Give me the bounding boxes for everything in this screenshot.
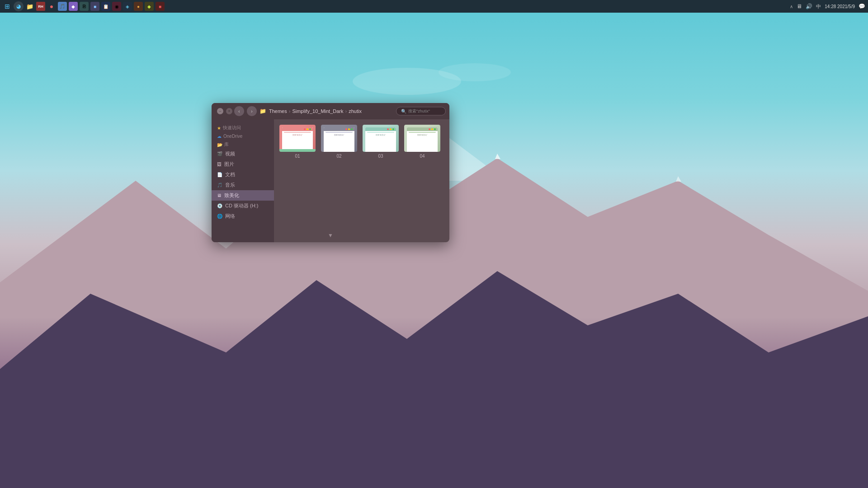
window-toolbar: ‹ › 📁 Themes › Simplify_10_Mint_Dark › z… bbox=[234, 106, 395, 116]
taskbar-datetime: 14:28 2021/5/9 bbox=[825, 4, 855, 9]
window-content: ★ 快速访问 ☁ OneDrive 📂 库 🎬 视频 bbox=[212, 119, 449, 242]
app2-icon[interactable]: 🎵 bbox=[58, 2, 67, 11]
back-button[interactable]: ‹ bbox=[234, 106, 244, 116]
window-titlebar: − + × ‹ › 📁 Themes › Simplify_10_Mint_Da… bbox=[212, 103, 449, 119]
sidebar-item-documents[interactable]: 📄 文档 bbox=[212, 169, 274, 180]
library-icon: 📂 bbox=[217, 142, 222, 147]
taskbar-right: ∧ 🖥 🔊 中 14:28 2021/5/9 💬 bbox=[790, 3, 865, 10]
app8-icon[interactable]: ◈ bbox=[123, 2, 132, 11]
network-icon: 🌐 bbox=[217, 214, 222, 219]
file-manager-window: − + × ‹ › 📁 Themes › Simplify_10_Mint_Da… bbox=[212, 103, 449, 242]
star-icon: ★ bbox=[217, 126, 221, 131]
breadcrumb-zhutix[interactable]: zhutix bbox=[349, 108, 362, 114]
sidebar-quick-access[interactable]: ★ 快速访问 bbox=[212, 123, 274, 132]
svg-marker-4 bbox=[0, 271, 868, 488]
file-item-01[interactable]: 搜索"致美化" 01 bbox=[279, 125, 316, 159]
svg-marker-7 bbox=[676, 176, 681, 182]
video-icon: 🎬 bbox=[217, 151, 222, 156]
scroll-arrow[interactable]: ▼ bbox=[328, 232, 333, 239]
taskbar: ⊞ ◕ 📁 RH ● 🎵 ◆ 🖹 ■ 📋 ◉ ◈ ● ◆ ■ ∧ 🖥 🔊 中 1… bbox=[0, 0, 868, 13]
maximize-button[interactable]: + bbox=[226, 108, 232, 114]
svg-point-8 bbox=[353, 68, 461, 95]
cd-icon: 💿 bbox=[217, 203, 222, 208]
search-text: 搜索"zhutix" bbox=[408, 108, 430, 114]
explorer-icon[interactable]: 📁 bbox=[25, 2, 34, 11]
app4-icon[interactable]: 🖹 bbox=[80, 2, 89, 11]
file-thumb-01: 搜索"致美化" bbox=[279, 125, 316, 152]
sidebar-item-video[interactable]: 🎬 视频 bbox=[212, 149, 274, 159]
app9-icon[interactable]: ● bbox=[134, 2, 143, 11]
thumb-inner-02: 搜索"致美化" bbox=[324, 127, 354, 152]
background-mountains bbox=[0, 0, 868, 488]
breadcrumb: 📁 Themes › Simplify_10_Mint_Dark › zhuti… bbox=[259, 108, 362, 114]
thumb-inner-04: 搜索"致美化" bbox=[407, 127, 438, 152]
file-item-02[interactable]: 搜索"致美化" 02 bbox=[321, 125, 357, 159]
file-thumb-02: 搜索"致美化" bbox=[321, 125, 357, 152]
search-box[interactable]: 🔍 搜索"zhutix" bbox=[396, 107, 446, 116]
rh-icon[interactable]: RH bbox=[36, 2, 45, 11]
taskbar-notification-icon[interactable]: 💬 bbox=[859, 3, 865, 9]
thumb-inner-03: 搜索"致美化" bbox=[365, 127, 396, 152]
app1-icon[interactable]: ● bbox=[47, 2, 56, 11]
app3-icon[interactable]: ◆ bbox=[69, 2, 78, 11]
start-button[interactable]: ⊞ bbox=[3, 2, 12, 11]
breadcrumb-themes[interactable]: Themes bbox=[269, 108, 287, 114]
sidebar-item-music[interactable]: 🎵 音乐 bbox=[212, 180, 274, 190]
sidebar-onedrive[interactable]: ☁ OneDrive bbox=[212, 132, 274, 140]
sidebar-library[interactable]: 📂 库 bbox=[212, 140, 274, 149]
taskbar-left: ⊞ ◕ 📁 RH ● 🎵 ◆ 🖹 ■ 📋 ◉ ◈ ● ◆ ■ bbox=[3, 1, 165, 11]
breadcrumb-sep2: › bbox=[345, 108, 347, 114]
sidebar-item-pictures[interactable]: 🖼 图片 bbox=[212, 159, 274, 169]
pictures-icon: 🖼 bbox=[217, 162, 222, 167]
edge-icon[interactable]: ◕ bbox=[14, 1, 24, 11]
file-grid: 搜索"致美化" 01 bbox=[279, 125, 444, 159]
search-icon: 🔍 bbox=[401, 109, 406, 114]
onedrive-icon: ☁ bbox=[217, 134, 222, 139]
taskbar-network-icon: 🖥 bbox=[797, 3, 802, 9]
taskbar-ime[interactable]: 中 bbox=[816, 3, 821, 10]
app5-icon[interactable]: ■ bbox=[90, 2, 99, 11]
app10-icon[interactable]: ◆ bbox=[145, 2, 154, 11]
file-label-01: 01 bbox=[295, 154, 300, 159]
svg-rect-0 bbox=[0, 0, 868, 488]
breadcrumb-folder-icon: 📁 bbox=[259, 108, 266, 114]
main-area: 搜索"致美化" 01 bbox=[274, 119, 449, 242]
sidebar: ★ 快速访问 ☁ OneDrive 📂 库 🎬 视频 bbox=[212, 119, 274, 242]
file-thumb-03: 搜索"致美化" bbox=[363, 125, 399, 152]
documents-icon: 📄 bbox=[217, 172, 222, 177]
zhimeihau-icon: 🖥 bbox=[217, 193, 222, 198]
taskbar-chevron[interactable]: ∧ bbox=[790, 4, 793, 9]
file-label-03: 03 bbox=[378, 154, 383, 159]
sidebar-item-network[interactable]: 🌐 网络 bbox=[212, 211, 274, 221]
file-label-02: 02 bbox=[336, 154, 341, 159]
file-thumb-04: 搜索"致美化" bbox=[404, 125, 440, 152]
sidebar-item-zhimeihau[interactable]: 🖥 致美化 bbox=[212, 190, 274, 201]
desktop: ⊞ ◕ 📁 RH ● 🎵 ◆ 🖹 ■ 📋 ◉ ◈ ● ◆ ■ ∧ 🖥 🔊 中 1… bbox=[0, 0, 868, 488]
file-label-04: 04 bbox=[420, 154, 425, 159]
breadcrumb-sep1: › bbox=[289, 108, 291, 114]
thumb-inner-01: 搜索"致美化" bbox=[282, 127, 313, 152]
sidebar-item-cd-drive[interactable]: 💿 CD 驱动器 (H:) bbox=[212, 201, 274, 211]
app6-icon[interactable]: 📋 bbox=[101, 2, 110, 11]
app11-icon[interactable]: ■ bbox=[156, 2, 165, 11]
minimize-button[interactable]: − bbox=[217, 108, 223, 114]
forward-button[interactable]: › bbox=[247, 106, 257, 116]
app7-icon[interactable]: ◉ bbox=[112, 2, 121, 11]
music-icon: 🎵 bbox=[217, 183, 222, 188]
taskbar-volume-icon: 🔊 bbox=[806, 3, 812, 9]
file-item-04[interactable]: 搜索"致美化" 04 bbox=[404, 125, 440, 159]
breadcrumb-simplify[interactable]: Simplify_10_Mint_Dark bbox=[292, 108, 343, 114]
svg-marker-6 bbox=[495, 154, 500, 159]
file-item-03[interactable]: 搜索"致美化" 03 bbox=[363, 125, 399, 159]
svg-point-9 bbox=[439, 63, 511, 81]
